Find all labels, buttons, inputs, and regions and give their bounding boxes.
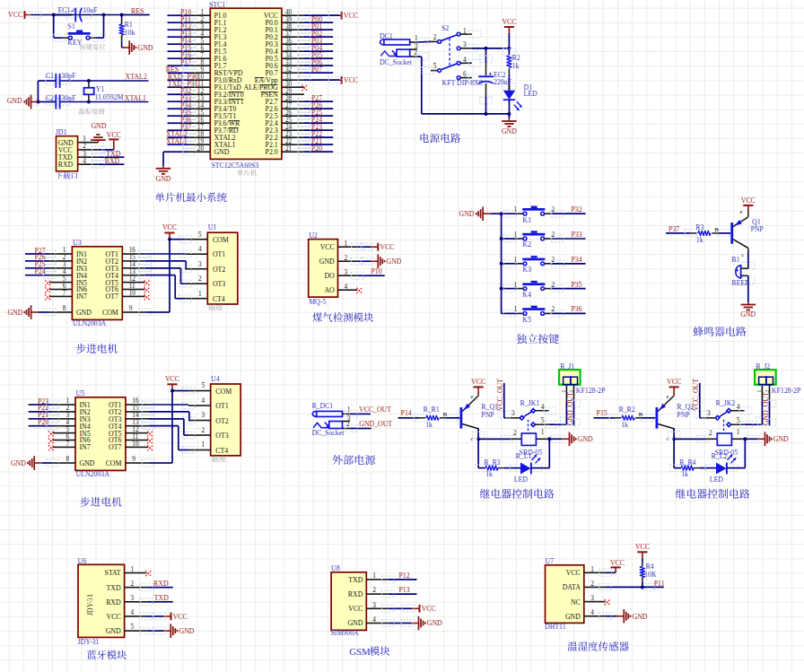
svg-text:GSM: GSM — [349, 646, 371, 657]
svg-text:12: 12 — [129, 275, 136, 283]
svg-text:PNP: PNP — [750, 225, 764, 233]
svg-text:28: 28 — [285, 95, 293, 102]
svg-text:1k: 1k — [485, 470, 493, 478]
svg-text:5: 5 — [200, 38, 204, 45]
svg-text:31: 31 — [285, 74, 293, 81]
svg-text:GND: GND — [106, 627, 121, 635]
svg-text:30pF: 30pF — [61, 94, 76, 102]
svg-text:R_R2: R_R2 — [619, 406, 635, 414]
svg-text:GND_OUT: GND_OUT — [359, 420, 392, 428]
svg-text:2: 2 — [63, 254, 66, 261]
svg-text:e: e — [739, 208, 742, 214]
svg-text:10uF: 10uF — [83, 6, 98, 14]
svg-text:3: 3 — [63, 261, 66, 268]
svg-text:DO: DO — [324, 272, 335, 280]
svg-text:2: 2 — [83, 143, 86, 150]
svg-text:B1: B1 — [731, 256, 739, 264]
svg-text:13: 13 — [132, 419, 139, 426]
svg-text:GND: GND — [11, 459, 26, 467]
svg-text:10: 10 — [132, 441, 139, 448]
svg-text:P24: P24 — [34, 267, 45, 275]
svg-text:P37: P37 — [669, 225, 679, 233]
svg-text:S2: S2 — [441, 24, 449, 32]
svg-text:GND: GND — [214, 148, 229, 156]
svg-text:3: 3 — [463, 41, 467, 48]
svg-text:VCC: VCC — [741, 196, 756, 205]
svg-text:2: 2 — [200, 16, 204, 23]
svg-text:GND: GND — [740, 310, 756, 319]
svg-text:1: 1 — [513, 231, 517, 239]
svg-text:8: 8 — [63, 305, 66, 312]
svg-text:P2.0: P2.0 — [266, 148, 278, 156]
svg-text:JDY-31: JDY-31 — [86, 594, 94, 615]
svg-text:K3: K3 — [522, 266, 531, 274]
svg-text:1: 1 — [66, 397, 69, 405]
svg-text:NC: NC — [571, 598, 581, 607]
svg-text:CT4: CT4 — [215, 447, 228, 455]
svg-text:21: 21 — [285, 145, 293, 153]
svg-text:OT3: OT3 — [213, 280, 225, 288]
svg-text:10K: 10K — [644, 571, 657, 579]
svg-text:P36: P36 — [571, 305, 581, 313]
svg-text:R_JK1: R_JK1 — [520, 399, 540, 407]
svg-text:3: 3 — [83, 151, 86, 158]
svg-text:KEY: KEY — [67, 39, 82, 47]
svg-text:26: 26 — [285, 109, 293, 117]
svg-text:11.0592M: 11.0592M — [94, 93, 123, 101]
svg-text:COM: COM — [215, 388, 232, 396]
svg-text:2: 2 — [552, 231, 555, 239]
svg-text:2: 2 — [131, 580, 135, 588]
svg-text:VCC: VCC — [610, 559, 625, 567]
svg-text:5: 5 — [202, 382, 205, 389]
svg-text:VCC: VCC — [471, 378, 485, 386]
svg-text:2: 2 — [433, 34, 437, 41]
svg-text:1: 1 — [560, 389, 566, 392]
svg-text:GND: GND — [91, 122, 106, 130]
svg-text:TXD: TXD — [348, 576, 363, 584]
svg-text:9: 9 — [132, 456, 135, 463]
svg-text:35: 35 — [285, 45, 293, 52]
svg-text:R_R1: R_R1 — [424, 406, 440, 414]
svg-text:2: 2 — [568, 389, 574, 393]
svg-text:e: e — [470, 393, 473, 399]
svg-text:P14: P14 — [401, 409, 412, 417]
svg-text:4: 4 — [737, 404, 740, 411]
svg-text:P13: P13 — [398, 586, 409, 594]
svg-text:DC_Socket: DC_Socket — [311, 429, 345, 437]
svg-text:2: 2 — [513, 430, 517, 437]
svg-text:U5: U5 — [76, 389, 85, 397]
svg-text:2: 2 — [198, 275, 202, 283]
svg-text:P17: P17 — [180, 58, 191, 66]
svg-text:1k: 1k — [621, 421, 628, 429]
svg-text:15: 15 — [129, 254, 136, 261]
svg-text:7: 7 — [66, 441, 69, 448]
svg-text:SIM900A: SIM900A — [331, 629, 360, 637]
svg-text:GND: GND — [502, 127, 517, 135]
svg-text:COM: COM — [106, 459, 122, 467]
svg-text:3: 3 — [200, 23, 204, 31]
svg-text:1: 1 — [513, 206, 517, 214]
svg-text:37: 37 — [285, 31, 293, 38]
svg-text:U3: U3 — [73, 239, 82, 247]
svg-text:K4: K4 — [522, 291, 531, 299]
svg-text:220uF: 220uF — [494, 78, 512, 86]
svg-text:4: 4 — [131, 609, 135, 616]
svg-text:Y1: Y1 — [96, 85, 105, 93]
svg-text:R3: R3 — [695, 223, 704, 231]
svg-text:2: 2 — [552, 257, 555, 264]
svg-text:DC1: DC1 — [380, 32, 393, 40]
svg-text:4: 4 — [541, 404, 545, 411]
svg-text:GND: GND — [459, 210, 475, 218]
svg-text:VCC_OUT: VCC_OUT — [692, 379, 700, 411]
svg-text:1: 1 — [756, 389, 762, 392]
svg-text:33: 33 — [285, 59, 293, 66]
svg-text:15: 15 — [197, 109, 205, 117]
svg-text:30: 30 — [285, 81, 293, 88]
svg-text:9: 9 — [129, 305, 133, 312]
svg-text:GND: GND — [156, 175, 171, 183]
svg-text:GND: GND — [7, 309, 22, 317]
svg-text:GND: GND — [387, 257, 402, 266]
svg-text:1: 1 — [345, 240, 348, 248]
svg-text:XTAL2: XTAL2 — [126, 73, 147, 81]
svg-text:1: 1 — [200, 9, 204, 16]
